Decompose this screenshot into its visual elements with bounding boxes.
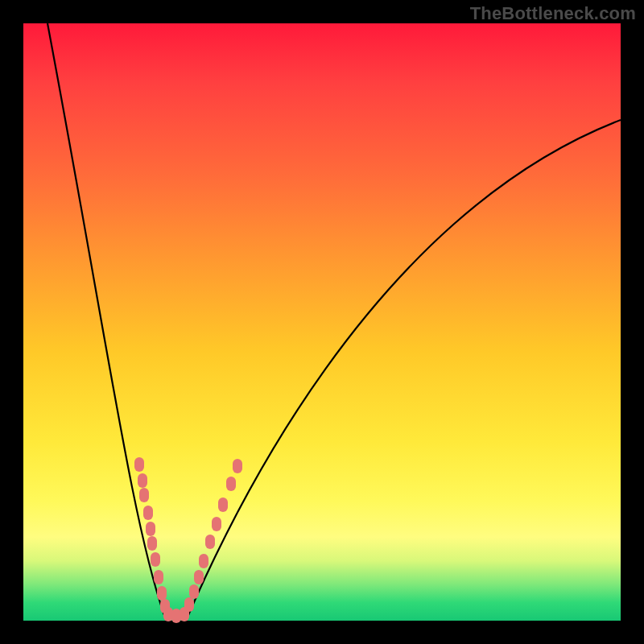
marker-dot bbox=[146, 522, 155, 536]
marker-dot bbox=[226, 477, 236, 491]
plot-area bbox=[23, 23, 621, 621]
marker-dot bbox=[194, 570, 204, 584]
marker-dot bbox=[147, 536, 157, 551]
marker-dot bbox=[205, 535, 215, 549]
marker-group bbox=[134, 457, 242, 623]
marker-dot bbox=[218, 497, 228, 512]
marker-dot bbox=[157, 586, 167, 601]
marker-dot bbox=[233, 459, 242, 473]
marker-dot bbox=[199, 554, 208, 568]
marker-dot bbox=[184, 597, 194, 612]
marker-dot bbox=[212, 517, 221, 531]
watermark-text: TheBottleneck.com bbox=[470, 3, 636, 24]
marker-dot bbox=[138, 473, 147, 488]
chart-svg bbox=[23, 23, 621, 621]
marker-dot bbox=[134, 457, 144, 472]
marker-dot bbox=[151, 552, 160, 567]
marker-dot bbox=[189, 584, 199, 599]
marker-dot bbox=[143, 506, 153, 520]
marker-dot bbox=[154, 570, 163, 584]
marker-dot bbox=[139, 488, 149, 502]
bottleneck-curve bbox=[47, 23, 621, 618]
